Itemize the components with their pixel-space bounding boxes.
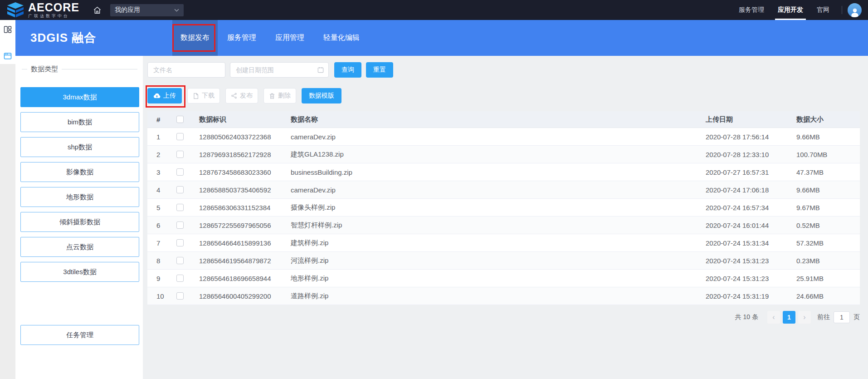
tab-data-publish[interactable]: 数据发布: [172, 20, 218, 56]
brand-logo: AECORE 广联达数字中台: [5, 2, 79, 18]
search-button[interactable]: 查询: [334, 62, 361, 78]
user-avatar-icon: [849, 7, 860, 17]
tab-app-mgmt[interactable]: 应用管理: [266, 20, 314, 56]
table-row: 8 1286564619564879872 河流样例.zip 2020-07-2…: [147, 252, 860, 270]
row-data-id: 1287673458683023360: [199, 168, 291, 176]
calendar-icon: [317, 66, 324, 74]
reset-button[interactable]: 重置: [366, 62, 393, 78]
row-index: 2: [156, 151, 176, 158]
chevron-down-icon: [174, 9, 179, 12]
row-data-name: cameraDev.zip: [291, 186, 706, 194]
row-upload-date: 2020-07-24 16:01:44: [706, 221, 796, 229]
row-data-name: businessBuilding.zip: [291, 168, 706, 176]
row-data-id: 1286572255697965056: [199, 221, 291, 229]
delete-label: 删除: [278, 92, 291, 100]
row-data-size: 47.37MB: [796, 168, 860, 176]
topbar-link-app-dev[interactable]: 应用开发: [777, 0, 804, 20]
row-data-size: 9.66MB: [796, 133, 860, 141]
top-bar: AECORE 广联达数字中台 我的应用 服务管理 应用开发 官网: [0, 0, 868, 20]
table-row: 5 1286586306331152384 摄像头样例.zip 2020-07-…: [147, 199, 860, 217]
sidebar-section-label: 数据类型: [22, 65, 137, 74]
select-all-checkbox[interactable]: [176, 116, 184, 123]
data-template-button[interactable]: 数据模版: [302, 88, 341, 103]
filename-input[interactable]: [147, 62, 225, 78]
row-data-name: cameraDev.zip: [291, 133, 706, 141]
sidebar-item-imagery[interactable]: 影像数据: [20, 162, 139, 182]
table-row: 9 1286564618696658944 地形样例.zip 2020-07-2…: [147, 270, 860, 287]
next-page-button[interactable]: ›: [798, 311, 811, 324]
row-data-id: 1286564619564879872: [199, 257, 291, 265]
row-upload-date: 2020-07-24 15:31:23: [706, 275, 796, 282]
tab-lightweight-edit[interactable]: 轻量化编辑: [314, 20, 369, 56]
topbar-divider: [842, 6, 842, 14]
row-checkbox[interactable]: [176, 133, 184, 140]
row-index: 7: [156, 239, 176, 247]
row-checkbox[interactable]: [176, 239, 184, 246]
main-content: 查询 重置 上传 下载 发布: [143, 56, 868, 379]
app-select-dropdown[interactable]: 我的应用: [110, 4, 184, 16]
table-row: 10 1286564600405299200 道路样例.zip 2020-07-…: [147, 287, 860, 305]
row-data-size: 25.91MB: [796, 275, 860, 282]
row-data-name: 河流样例.zip: [291, 256, 706, 265]
publish-share-icon: [231, 93, 237, 99]
sidebar-item-terrain[interactable]: 地形数据: [20, 187, 139, 207]
row-data-size: 24.66MB: [796, 292, 860, 300]
row-data-id: 1286564600405299200: [199, 292, 291, 300]
date-range-input[interactable]: [230, 62, 329, 78]
table-row: 3 1287673458683023360 businessBuilding.z…: [147, 163, 860, 181]
home-button[interactable]: [92, 5, 103, 15]
upload-button[interactable]: 上传: [147, 88, 182, 103]
row-index: 10: [156, 292, 176, 300]
left-icon-rail: [0, 20, 15, 379]
row-index: 4: [156, 186, 176, 194]
sidebar-item-3dtiles[interactable]: 3dtiles数据: [20, 262, 139, 282]
row-checkbox[interactable]: [176, 275, 184, 282]
delete-button[interactable]: 删除: [263, 88, 296, 103]
row-index: 8: [156, 257, 176, 265]
col-index: #: [156, 116, 176, 123]
grid-layout-icon[interactable]: [3, 25, 12, 34]
row-checkbox[interactable]: [176, 292, 184, 300]
row-data-size: 100.70MB: [796, 151, 860, 158]
row-checkbox[interactable]: [176, 204, 184, 211]
topbar-link-service-mgmt[interactable]: 服务管理: [738, 0, 765, 20]
row-data-id: 1286588503735406592: [199, 186, 291, 194]
prev-page-button[interactable]: ‹: [767, 311, 780, 324]
sidebar-item-task-mgmt[interactable]: 任务管理: [20, 325, 139, 345]
page-number-1[interactable]: 1: [783, 311, 795, 324]
row-checkbox[interactable]: [176, 168, 184, 176]
home-icon: [93, 6, 102, 15]
sidebar-item-bim[interactable]: bim数据: [20, 112, 139, 132]
sidebar-item-pointcloud[interactable]: 点云数据: [20, 237, 139, 257]
sidebar-item-3dmax[interactable]: 3dmax数据: [20, 87, 139, 107]
brand-subtitle: 广联达数字中台: [28, 14, 79, 18]
sidebar-item-shp[interactable]: shp数据: [20, 137, 139, 157]
brand-name: AECORE: [28, 2, 79, 13]
topbar-link-official-site[interactable]: 官网: [816, 0, 830, 20]
filter-row: 查询 重置: [147, 62, 860, 78]
row-checkbox[interactable]: [176, 151, 184, 158]
window-panel-icon[interactable]: [3, 51, 12, 60]
app-header: 3DGIS 融合 数据发布 服务管理 应用管理 轻量化编辑: [15, 20, 868, 56]
app-title: 3DGIS 融合: [30, 30, 96, 46]
table-row: 2 1287969318562172928 建筑GLA1238.zip 2020…: [147, 146, 860, 163]
download-button[interactable]: 下载: [187, 88, 220, 103]
row-upload-date: 2020-07-24 16:57:34: [706, 204, 796, 212]
row-checkbox[interactable]: [176, 221, 184, 229]
sidebar-item-oblique-photo[interactable]: 倾斜摄影数据: [20, 212, 139, 232]
row-index: 5: [156, 204, 176, 212]
table-row: 7 1286564664615899136 建筑样例.zip 2020-07-2…: [147, 234, 860, 252]
row-checkbox[interactable]: [176, 186, 184, 193]
row-upload-date: 2020-07-24 15:31:34: [706, 239, 796, 247]
row-upload-date: 2020-07-24 15:31:19: [706, 292, 796, 300]
row-checkbox[interactable]: [176, 257, 184, 264]
user-avatar[interactable]: [848, 3, 862, 17]
publish-button[interactable]: 发布: [225, 88, 258, 103]
goto-page-input[interactable]: [834, 311, 850, 323]
col-data-size: 数据大小: [796, 115, 860, 124]
row-index: 9: [156, 275, 176, 282]
page-unit-label: 页: [853, 313, 860, 321]
tab-service-mgmt[interactable]: 服务管理: [218, 20, 266, 56]
sidebar-data-types: 数据类型 3dmax数据 bim数据 shp数据 影像数据 地形数据 倾斜摄影数…: [15, 56, 143, 379]
row-data-id: 1286586306331152384: [199, 204, 291, 212]
